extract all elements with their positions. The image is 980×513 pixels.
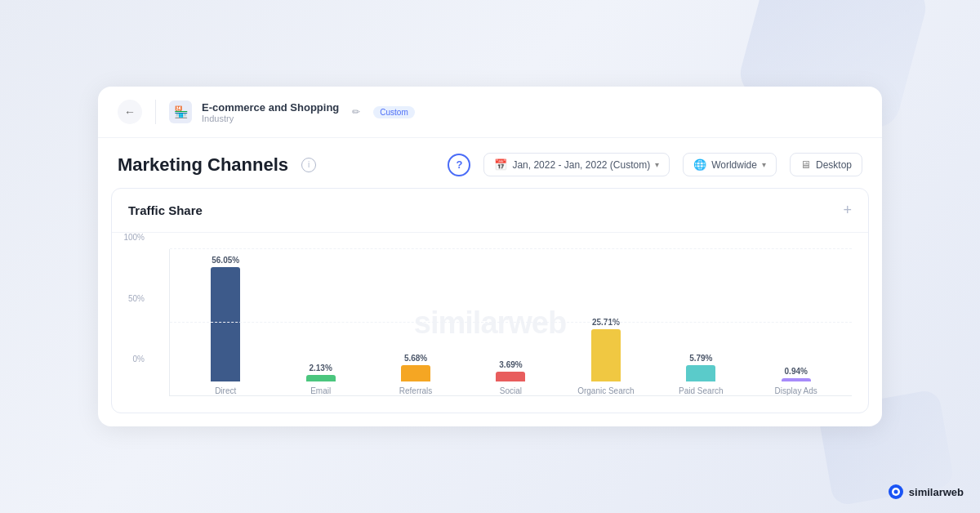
- bar-rect-5: [686, 365, 715, 381]
- bars-container: 56.05%Direct2.13%Email5.68%Referrals3.69…: [169, 249, 852, 396]
- bar-rect-1: [306, 375, 336, 381]
- bar-group-display-ads: 0.94%Display Ads: [749, 367, 844, 395]
- header-divider: [155, 100, 156, 124]
- chart-area: similarweb 100% 50% 0% 56.05%Direct2.13%…: [112, 233, 868, 413]
- region-chevron-icon: ▾: [762, 160, 766, 169]
- chart-expand-button[interactable]: +: [843, 202, 852, 219]
- custom-tag: Custom: [373, 106, 414, 118]
- bar-value-6: 0.94%: [785, 367, 808, 376]
- bar-rect-0: [211, 267, 240, 381]
- device-filter-label: Desktop: [816, 159, 852, 171]
- calendar-icon: 📅: [494, 158, 507, 171]
- bar-group-direct: 56.05%Direct: [178, 256, 273, 395]
- bar-value-2: 5.68%: [404, 354, 427, 363]
- bar-rect-2: [401, 365, 430, 381]
- region-filter-label: Worldwide: [711, 159, 757, 171]
- grid-line-100: [170, 248, 852, 249]
- y-label-0: 0%: [112, 355, 145, 364]
- traffic-share-card: Traffic Share + similarweb 100% 50% 0% 5…: [111, 188, 869, 413]
- bar-label-2: Referrals: [399, 386, 433, 395]
- bar-label-0: Direct: [215, 386, 236, 395]
- globe-icon: 🌐: [693, 158, 706, 171]
- y-axis-labels: 100% 50% 0%: [112, 233, 145, 364]
- page-title: Marketing Channels: [118, 154, 288, 176]
- bar-label-1: Email: [310, 386, 331, 395]
- date-filter-button[interactable]: 📅 Jan, 2022 - Jan, 2022 (Custom) ▾: [483, 153, 670, 176]
- bar-label-5: Paid Search: [679, 386, 723, 395]
- bar-label-4: Organic Search: [577, 386, 634, 395]
- date-filter-label: Jan, 2022 - Jan, 2022 (Custom): [512, 159, 650, 171]
- date-chevron-icon: ▾: [655, 160, 659, 169]
- sw-logo-icon: [888, 484, 904, 500]
- bar-label-6: Display Ads: [775, 386, 817, 395]
- chart-card-header: Traffic Share +: [112, 189, 868, 233]
- similarweb-logo: similarweb: [888, 484, 964, 500]
- bar-value-0: 56.05%: [212, 256, 239, 265]
- page-header: Marketing Channels i ? 📅 Jan, 2022 - Jan…: [98, 138, 882, 188]
- edit-icon[interactable]: ✏: [352, 106, 360, 118]
- back-button[interactable]: ←: [118, 100, 142, 124]
- industry-icon: 🏪: [169, 100, 192, 123]
- info-icon[interactable]: i: [301, 158, 316, 172]
- bar-group-referrals: 5.68%Referrals: [368, 354, 463, 395]
- help-button[interactable]: ?: [448, 154, 470, 176]
- chart-title: Traffic Share: [128, 203, 203, 217]
- bar-rect-4: [591, 329, 621, 381]
- desktop-icon: 🖥: [800, 158, 811, 171]
- sw-logo-text: similarweb: [909, 486, 964, 498]
- bar-group-social: 3.69%Social: [463, 360, 558, 395]
- y-label-50: 50%: [112, 294, 145, 303]
- bar-value-4: 25.71%: [592, 318, 620, 327]
- svg-point-2: [893, 490, 898, 494]
- grid-line-50: [170, 322, 852, 323]
- main-card: ← 🏪 E-commerce and Shopping Industry ✏ C…: [98, 87, 882, 426]
- breadcrumb-info: E-commerce and Shopping Industry: [202, 101, 339, 123]
- breadcrumb-title: E-commerce and Shopping: [202, 101, 339, 114]
- bar-rect-6: [782, 378, 811, 381]
- bar-label-3: Social: [500, 386, 522, 395]
- device-filter-button[interactable]: 🖥 Desktop: [790, 153, 862, 176]
- bar-group-email: 2.13%Email: [273, 364, 368, 395]
- region-filter-button[interactable]: 🌐 Worldwide ▾: [683, 153, 777, 176]
- bar-value-1: 2.13%: [309, 364, 332, 372]
- bar-group-paid-search: 5.79%Paid Search: [653, 354, 748, 395]
- y-label-100: 100%: [112, 233, 145, 242]
- card-header: ← 🏪 E-commerce and Shopping Industry ✏ C…: [98, 87, 882, 138]
- bar-rect-3: [496, 372, 525, 381]
- bar-group-organic-search: 25.71%Organic Search: [559, 318, 653, 395]
- bar-value-3: 3.69%: [499, 360, 522, 369]
- breadcrumb-subtitle: Industry: [202, 114, 339, 123]
- bar-value-5: 5.79%: [689, 354, 712, 363]
